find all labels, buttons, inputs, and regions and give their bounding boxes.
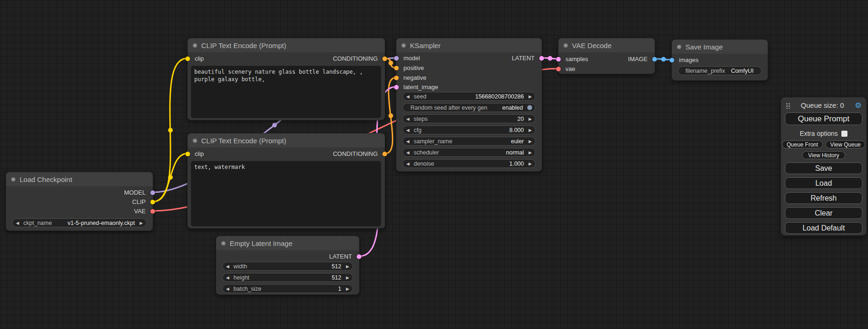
widget-random-seed-toggle[interactable]: Random seed after every gen enabled bbox=[402, 103, 536, 112]
node-empty-latent-image[interactable]: Empty Latent Image LATENT ◀ width 512 ▶ … bbox=[216, 236, 360, 295]
view-queue-button[interactable]: View Queue bbox=[826, 140, 865, 148]
port-negative-input[interactable] bbox=[394, 76, 399, 80]
settings-gear-icon[interactable]: ⚙ bbox=[855, 102, 861, 109]
node-title-bar[interactable]: CLIP Text Encode (Prompt) bbox=[188, 133, 385, 147]
output-label-image: IMAGE bbox=[628, 56, 648, 63]
port-vae-input[interactable] bbox=[556, 67, 561, 71]
load-default-button[interactable]: Load Default bbox=[785, 222, 862, 234]
node-title-bar[interactable]: CLIP Text Encode (Prompt) bbox=[188, 38, 385, 52]
negative-prompt-textarea[interactable]: text, watermark bbox=[191, 161, 381, 226]
widget-scheduler[interactable]: ◀ scheduler normal ▶ bbox=[402, 148, 536, 157]
increment-arrow-icon[interactable]: ▶ bbox=[343, 275, 349, 280]
node-title-bar[interactable]: Load Checkpoint bbox=[6, 172, 153, 186]
widget-value: 512 bbox=[247, 263, 343, 270]
input-label-clip: clip bbox=[195, 150, 204, 158]
widget-denoise[interactable]: ◀ denoise 1.000 ▶ bbox=[402, 159, 536, 168]
port-model-output[interactable] bbox=[150, 190, 155, 195]
collapse-dot-icon[interactable] bbox=[677, 45, 681, 49]
node-title-bar[interactable]: VAE Decode bbox=[558, 38, 655, 52]
decrement-arrow-icon[interactable]: ◀ bbox=[406, 128, 412, 133]
collapse-dot-icon[interactable] bbox=[11, 177, 15, 182]
increment-arrow-icon[interactable]: ▶ bbox=[137, 221, 143, 225]
node-ksampler[interactable]: KSampler model positive negative latent_… bbox=[396, 38, 542, 172]
collapse-dot-icon[interactable] bbox=[193, 139, 197, 143]
decrement-arrow-icon[interactable]: ◀ bbox=[226, 275, 232, 280]
increment-arrow-icon[interactable]: ▶ bbox=[526, 128, 532, 133]
collapse-dot-icon[interactable] bbox=[402, 43, 406, 48]
port-clip-input[interactable] bbox=[185, 56, 190, 61]
port-latent-output[interactable] bbox=[357, 254, 361, 259]
widget-value: 156680208700286 bbox=[426, 93, 526, 100]
increment-arrow-icon[interactable]: ▶ bbox=[526, 139, 532, 144]
decrement-arrow-icon[interactable]: ◀ bbox=[406, 117, 412, 121]
decrement-arrow-icon[interactable]: ◀ bbox=[16, 221, 22, 225]
toggle-knob-icon[interactable] bbox=[527, 105, 532, 110]
increment-arrow-icon[interactable]: ▶ bbox=[343, 287, 349, 291]
port-latent-image-input[interactable] bbox=[394, 85, 399, 90]
node-clip-text-encode-positive[interactable]: CLIP Text Encode (Prompt) clip CONDITION… bbox=[187, 38, 385, 120]
widget-height[interactable]: ◀ height 512 ▶ bbox=[222, 273, 353, 282]
widget-label: cfg bbox=[412, 127, 422, 133]
refresh-button[interactable]: Refresh bbox=[785, 192, 862, 204]
decrement-arrow-icon[interactable]: ◀ bbox=[406, 161, 412, 166]
node-title: Load Checkpoint bbox=[20, 175, 72, 183]
positive-prompt-textarea[interactable]: beautiful scenery nature glass bottle la… bbox=[191, 66, 381, 118]
widget-label: height bbox=[232, 274, 249, 281]
extra-options-row: Extra options bbox=[781, 130, 866, 137]
clear-button[interactable]: Clear bbox=[785, 207, 862, 219]
widget-sampler-name[interactable]: ◀ sampler_name euler ▶ bbox=[402, 137, 536, 146]
node-title-bar[interactable]: KSampler bbox=[396, 38, 542, 52]
decrement-arrow-icon[interactable]: ◀ bbox=[406, 94, 412, 99]
decrement-arrow-icon[interactable]: ◀ bbox=[406, 139, 412, 144]
queue-front-button[interactable]: Queue Front bbox=[782, 140, 823, 148]
port-conditioning-output[interactable] bbox=[382, 152, 387, 156]
decrement-arrow-icon[interactable]: ◀ bbox=[226, 264, 232, 269]
widget-steps[interactable]: ◀ steps 20 ▶ bbox=[402, 114, 536, 123]
node-clip-text-encode-negative[interactable]: CLIP Text Encode (Prompt) clip CONDITION… bbox=[187, 133, 385, 229]
input-label-model: model bbox=[403, 55, 420, 62]
port-latent-output[interactable] bbox=[539, 56, 544, 61]
port-clip-input[interactable] bbox=[185, 152, 190, 156]
graph-canvas[interactable]: Load Checkpoint MODEL CLIP VAE ◀ ckpt_na… bbox=[0, 0, 868, 329]
node-vae-decode[interactable]: VAE Decode samples vae IMAGE bbox=[558, 38, 655, 74]
port-positive-input[interactable] bbox=[394, 66, 399, 70]
widget-filename-prefix[interactable]: filename_prefix ComfyUI bbox=[678, 66, 762, 75]
collapse-dot-icon[interactable] bbox=[564, 43, 568, 48]
widget-batch-size[interactable]: ◀ batch_size 1 ▶ bbox=[222, 284, 353, 293]
increment-arrow-icon[interactable]: ▶ bbox=[526, 117, 532, 121]
increment-arrow-icon[interactable]: ▶ bbox=[526, 94, 532, 99]
queue-actions-row: Queue Front View Queue bbox=[781, 140, 866, 148]
node-save-image[interactable]: Save Image images filename_prefix ComfyU… bbox=[671, 39, 768, 81]
increment-arrow-icon[interactable]: ▶ bbox=[526, 161, 532, 166]
queue-prompt-button[interactable]: Queue Prompt bbox=[785, 112, 862, 125]
save-button[interactable]: Save bbox=[785, 162, 862, 174]
port-conditioning-output[interactable] bbox=[382, 56, 387, 61]
widget-value: 1 bbox=[261, 286, 343, 292]
decrement-arrow-icon[interactable]: ◀ bbox=[406, 150, 412, 155]
extra-options-checkbox[interactable] bbox=[841, 131, 847, 137]
port-samples-input[interactable] bbox=[556, 57, 561, 62]
increment-arrow-icon[interactable]: ▶ bbox=[526, 150, 532, 155]
widget-width[interactable]: ◀ width 512 ▶ bbox=[222, 262, 353, 271]
node-title-bar[interactable]: Save Image bbox=[672, 40, 768, 54]
port-vae-output[interactable] bbox=[150, 209, 155, 214]
widget-value: 8.000 bbox=[422, 127, 526, 133]
widget-cfg[interactable]: ◀ cfg 8.000 ▶ bbox=[402, 126, 536, 134]
view-history-button[interactable]: View History bbox=[802, 151, 845, 159]
collapse-dot-icon[interactable] bbox=[221, 241, 226, 245]
widget-seed[interactable]: ◀ seed 156680208700286 ▶ bbox=[402, 92, 536, 101]
load-button[interactable]: Load bbox=[785, 177, 862, 189]
port-images-input[interactable] bbox=[670, 58, 674, 63]
decrement-arrow-icon[interactable]: ◀ bbox=[226, 287, 232, 291]
widget-ckpt-name[interactable]: ◀ ckpt_name v1-5-pruned-emaonly.ckpt ▶ bbox=[12, 218, 147, 227]
output-label-clip: CLIP bbox=[132, 198, 146, 206]
port-clip-output[interactable] bbox=[150, 200, 155, 204]
drag-handle-icon[interactable] bbox=[786, 102, 790, 109]
node-title-bar[interactable]: Empty Latent Image bbox=[216, 236, 359, 250]
node-load-checkpoint[interactable]: Load Checkpoint MODEL CLIP VAE ◀ ckpt_na… bbox=[6, 172, 153, 231]
port-model-input[interactable] bbox=[394, 56, 399, 61]
queue-menu-panel[interactable]: Queue size: 0 ⚙ Queue Prompt Extra optio… bbox=[781, 97, 867, 236]
port-image-output[interactable] bbox=[652, 57, 657, 62]
collapse-dot-icon[interactable] bbox=[193, 43, 197, 48]
increment-arrow-icon[interactable]: ▶ bbox=[343, 264, 349, 269]
